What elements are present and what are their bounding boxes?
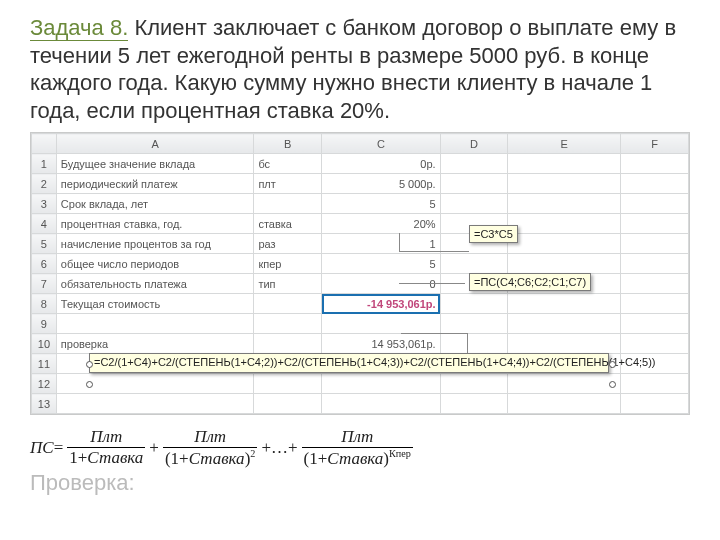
- result-cell[interactable]: -14 953,061р.: [322, 294, 441, 314]
- table-row: 12: [32, 374, 689, 394]
- callout-handle: [609, 381, 616, 388]
- fraction: Плт 1+Ставка: [67, 427, 145, 468]
- math-formula: ПС = Плт 1+Ставка + Плт (1+Ставка)2 +…+ …: [30, 427, 690, 469]
- table-row: 4процентная ставка, год.ставка20%: [32, 214, 689, 234]
- formula-callout-c10: =C2/(1+C4)+C2/(СТЕПЕНЬ(1+C4;2))+C2/(СТЕП…: [89, 353, 609, 373]
- column-headers: A B C D E F: [32, 134, 689, 154]
- table-row: 8Текущая стоимость-14 953,061р.: [32, 294, 689, 314]
- corner-cell[interactable]: [32, 134, 57, 154]
- col-D[interactable]: D: [440, 134, 508, 154]
- connector-line: [467, 333, 468, 353]
- table-row: 6общее число периодовкпер5: [32, 254, 689, 274]
- table-row: 13: [32, 394, 689, 414]
- table-row: 9: [32, 314, 689, 334]
- problem-title: Задача 8. Клиент заключает с банком дого…: [30, 14, 690, 124]
- task-number: Задача 8.: [30, 15, 128, 41]
- spreadsheet: A B C D E F 1Будущее значение вкладабс0р…: [30, 132, 690, 415]
- formula-callout-c6: =C3*C5: [469, 225, 518, 243]
- callout-handle: [609, 361, 616, 368]
- col-B[interactable]: B: [254, 134, 322, 154]
- table-row: 1Будущее значение вкладабс0р.: [32, 154, 689, 174]
- col-A[interactable]: A: [56, 134, 254, 154]
- fraction: Плт (1+Ставка)Кпер: [302, 427, 413, 469]
- callout-handle: [86, 361, 93, 368]
- connector-line: [399, 283, 465, 284]
- callout-handle: [86, 381, 93, 388]
- table-row: 5начисление процентов за годраз1: [32, 234, 689, 254]
- col-E[interactable]: E: [508, 134, 621, 154]
- overlay-text: Проверка:: [30, 470, 135, 483]
- table-row: 10проверка14 953,061р.: [32, 334, 689, 354]
- connector-line: [399, 233, 400, 251]
- col-F[interactable]: F: [621, 134, 689, 154]
- formula-callout-c8: =ПС(C4;C6;C2;C1;C7): [469, 273, 591, 291]
- fraction: Плт (1+Ставка)2: [163, 427, 258, 469]
- connector-line: [401, 333, 467, 334]
- col-C[interactable]: C: [322, 134, 441, 154]
- table-row: 2периодический платежплт5 000р.: [32, 174, 689, 194]
- connector-line: [399, 251, 469, 252]
- table-row: 3Срок вклада, лет5: [32, 194, 689, 214]
